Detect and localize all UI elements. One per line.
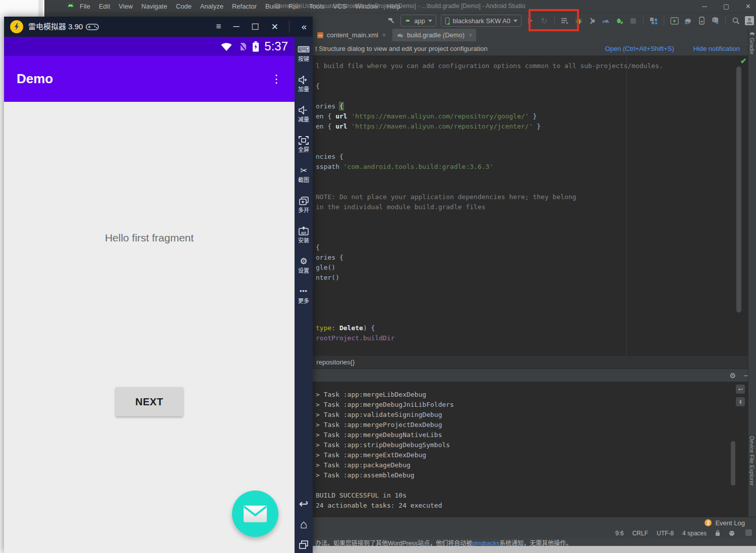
menu-file[interactable]: File <box>80 3 90 10</box>
overflow-menu-icon[interactable]: ⋮ <box>271 56 282 102</box>
gear-icon[interactable]: ⚙ <box>730 372 736 380</box>
caret-position[interactable]: 9:6 <box>615 530 624 537</box>
next-button[interactable]: NEXT <box>115 387 183 416</box>
menu-analyze[interactable]: Analyze <box>200 3 223 10</box>
menu-view[interactable]: View <box>119 3 133 10</box>
code-line: in the individual module build.gradle fi… <box>316 202 486 212</box>
android-icon <box>404 18 411 24</box>
email-fab-button[interactable] <box>232 490 278 537</box>
profile-avatar-icon[interactable] <box>745 16 754 25</box>
build-task-line: > Task :app:stripDebugDebugSymbols <box>316 440 450 450</box>
sidebar-item-more[interactable]: ••• 更多 <box>295 286 313 312</box>
gradle-tool-window-tab[interactable]: Gradle <box>749 38 755 54</box>
multi-instance-icon <box>299 195 309 206</box>
emulator-minimize-button[interactable]: ─ <box>233 22 239 32</box>
build-summary: 24 actionable tasks: 24 executed <box>316 501 442 511</box>
close-icon[interactable]: × <box>469 32 472 39</box>
menu-refactor[interactable]: Refactor <box>232 3 257 10</box>
code-line: NOTE: Do not place your application depe… <box>316 192 576 202</box>
project-structure-icon[interactable] <box>649 16 658 25</box>
code-line: gle() <box>316 263 335 273</box>
tab-content-main-xml[interactable]: <> content_main.xml × <box>313 29 390 41</box>
sidebar-item-settings[interactable]: ⚙ 设置 <box>295 256 313 282</box>
file-encoding[interactable]: UTF-8 <box>657 530 674 537</box>
sidebar-collapse-button[interactable]: « <box>302 17 307 37</box>
editor-scrollbar[interactable] <box>736 67 741 313</box>
stop-button[interactable] <box>628 16 637 25</box>
fullscreen-icon <box>299 135 309 146</box>
background-scrollbar <box>38 0 43 17</box>
run-tool-window-icon[interactable] <box>670 16 679 25</box>
sidebar-item-volume-down[interactable]: 减量 <box>295 104 313 131</box>
annotation-red-box <box>529 9 579 31</box>
scroll-to-end-icon[interactable]: ⇟ <box>736 397 745 406</box>
sidebar-item-install-apk[interactable]: apk 安装 <box>295 225 313 252</box>
code-line: ories { <box>316 253 343 263</box>
app-content: Hello first fragment NEXT <box>4 102 295 553</box>
code-line: en { url 'https://maven.aliyun.com/repos… <box>316 111 537 121</box>
minimize-button[interactable]: ─ <box>703 3 707 10</box>
code-line: { <box>316 81 320 91</box>
volume-up-icon <box>299 74 309 85</box>
build-result: BUILD SUCCESSFUL in 10s <box>316 490 406 501</box>
build-task-line: > Task :app:mergeDebugJniLibFolders <box>316 400 454 410</box>
build-hammer-icon[interactable] <box>387 16 396 25</box>
line-separator[interactable]: CRLF <box>632 530 648 537</box>
menu-edit[interactable]: Edit <box>99 3 110 10</box>
gradle-elephant-icon <box>749 31 755 36</box>
menu-navigate[interactable]: Navigate <box>141 3 167 10</box>
hide-notification-link[interactable]: Hide notification <box>693 42 740 55</box>
close-button[interactable]: ✕ <box>745 3 751 10</box>
android-screen: 5:37 Demo ⋮ Hello first fragment NEXT <box>4 37 295 553</box>
lock-icon[interactable] <box>715 530 720 536</box>
close-icon[interactable]: × <box>382 32 386 39</box>
code-line: nter() <box>316 273 339 283</box>
emulator-close-button[interactable]: ✕ <box>271 22 278 32</box>
android-back-button[interactable]: ↩ <box>295 497 313 512</box>
sidebar-item-fullscreen[interactable]: 全屏 <box>295 135 313 161</box>
maximize-button[interactable]: ▢ <box>723 3 729 10</box>
toast-text-pre: 办法。如果您链接到了其他WordPress站点，他们将自动被 <box>315 540 472 546</box>
sidebar-item-multi-instance[interactable]: 多开 <box>295 195 313 221</box>
profile-gauge-icon[interactable] <box>601 16 610 25</box>
device-select[interactable]: blackshark SKW A0 <box>441 15 521 27</box>
emulator-maximize-button[interactable]: ☐ <box>252 22 259 32</box>
code-line: type: Delete) { <box>316 323 375 333</box>
avd-manager-icon[interactable] <box>697 16 706 25</box>
android-home-button[interactable]: ⌂ <box>295 517 313 532</box>
emulator-titlebar: 雷电模拟器 3.90 ≡ ─ ☐ ✕ « <box>4 17 313 37</box>
menu-code[interactable]: Code <box>176 3 192 10</box>
soft-wrap-icon[interactable]: ↩ <box>736 385 745 394</box>
breadcrumb[interactable]: repositories{} <box>316 356 355 369</box>
inspections-hector-icon[interactable] <box>729 530 735 536</box>
apk-install-icon: apk <box>299 225 309 236</box>
wifi-icon <box>220 42 232 51</box>
inspection-ok-checkmark-icon[interactable]: ✔ <box>740 56 747 66</box>
sdk-manager-icon[interactable] <box>711 16 720 25</box>
volume-down-icon <box>299 104 309 115</box>
indent-setting[interactable]: 4 spaces <box>682 530 707 537</box>
statusbar-corner-icon[interactable] <box>745 529 752 536</box>
android-recents-button[interactable] <box>295 537 313 552</box>
open-project-structure-link[interactable]: Open (Ctrl+Alt+Shift+S) <box>605 42 674 55</box>
pingbacks-link[interactable]: pingbacks <box>472 540 499 546</box>
sidebar-item-keymap[interactable]: ⌨ 按键 <box>295 44 313 70</box>
tab-build-gradle[interactable]: build.gradle (Demo) × <box>392 29 476 41</box>
sidebar-item-volume-up[interactable]: 加量 <box>295 74 313 100</box>
build-task-line: > Task :app:mergeDebugNativeLibs <box>316 430 442 440</box>
build-task-line: > Task :app:packageDebug <box>316 460 411 470</box>
gradle-sync-icon[interactable] <box>683 16 692 25</box>
emulator-menu-button[interactable]: ≡ <box>216 22 221 32</box>
run-configuration-select[interactable]: app <box>400 15 436 27</box>
device-file-explorer-tab[interactable]: Device File Explorer <box>749 436 755 485</box>
android-studio-logo-icon <box>67 2 75 12</box>
event-log-button[interactable]: Event Log <box>715 519 745 527</box>
attach-debugger-to-process-icon[interactable] <box>615 16 624 25</box>
search-everywhere-icon[interactable] <box>731 16 740 25</box>
sidebar-item-screenshot[interactable]: ✂ 截图 <box>295 165 313 191</box>
console-scrollbar[interactable] <box>731 441 735 485</box>
attach-profiler-icon[interactable] <box>588 16 597 25</box>
toast-text-post: 系统通知，无需其他操作。 <box>499 540 572 546</box>
code-line: { <box>316 242 320 253</box>
window-title: Demo [C:\Users\asura\AndroidStudioProjec… <box>275 0 525 13</box>
